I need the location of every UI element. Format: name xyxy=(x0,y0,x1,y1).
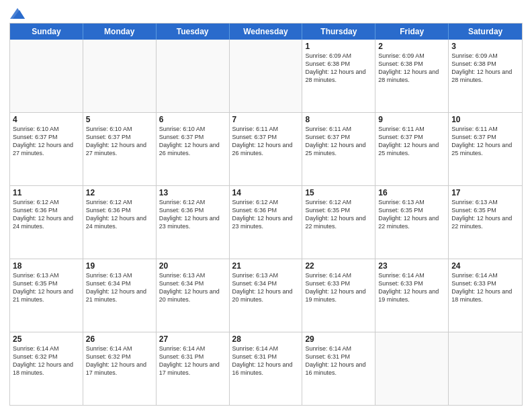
day-number: 17 xyxy=(451,188,519,197)
day-cell-14: 14Sunrise: 6:12 AMSunset: 6:36 PMDayligh… xyxy=(230,186,303,259)
cell-info: Sunrise: 6:13 AMSunset: 6:34 PMDaylight:… xyxy=(86,271,153,304)
day-cell-8: 8Sunrise: 6:11 AMSunset: 6:37 PMDaylight… xyxy=(302,113,375,185)
cell-info: Sunrise: 6:14 AMSunset: 6:31 PMDaylight:… xyxy=(232,345,300,377)
cell-info: Sunrise: 6:12 AMSunset: 6:36 PMDaylight:… xyxy=(86,198,153,231)
cell-info: Sunrise: 6:09 AMSunset: 6:38 PMDaylight:… xyxy=(451,52,519,85)
empty-cell xyxy=(375,332,449,405)
day-number: 24 xyxy=(451,261,519,271)
col-header-thursday: Thursday xyxy=(302,24,375,40)
day-cell-24: 24Sunrise: 6:14 AMSunset: 6:33 PMDayligh… xyxy=(449,259,522,332)
day-cell-5: 5Sunrise: 6:10 AMSunset: 6:37 PMDaylight… xyxy=(83,113,157,185)
col-header-monday: Monday xyxy=(83,24,157,40)
day-cell-6: 6Sunrise: 6:10 AMSunset: 6:37 PMDaylight… xyxy=(157,113,230,185)
col-header-saturday: Saturday xyxy=(449,24,522,40)
day-cell-20: 20Sunrise: 6:13 AMSunset: 6:34 PMDayligh… xyxy=(157,259,230,332)
day-cell-18: 18Sunrise: 6:13 AMSunset: 6:35 PMDayligh… xyxy=(10,259,83,332)
calendar-week-4: 18Sunrise: 6:13 AMSunset: 6:35 PMDayligh… xyxy=(10,259,522,332)
day-cell-15: 15Sunrise: 6:12 AMSunset: 6:35 PMDayligh… xyxy=(302,186,375,259)
day-number: 27 xyxy=(159,334,226,344)
logo-icon xyxy=(10,7,25,20)
cell-info: Sunrise: 6:14 AMSunset: 6:31 PMDaylight:… xyxy=(305,345,372,377)
day-cell-27: 27Sunrise: 6:14 AMSunset: 6:31 PMDayligh… xyxy=(157,332,230,405)
day-cell-19: 19Sunrise: 6:13 AMSunset: 6:34 PMDayligh… xyxy=(83,259,157,332)
cell-info: Sunrise: 6:12 AMSunset: 6:36 PMDaylight:… xyxy=(159,198,226,231)
day-number: 28 xyxy=(232,334,300,344)
cell-info: Sunrise: 6:13 AMSunset: 6:35 PMDaylight:… xyxy=(451,198,519,231)
cell-info: Sunrise: 6:09 AMSunset: 6:38 PMDaylight:… xyxy=(378,52,445,85)
cell-info: Sunrise: 6:12 AMSunset: 6:35 PMDaylight:… xyxy=(305,198,372,231)
day-number: 29 xyxy=(305,334,372,344)
empty-cell xyxy=(157,40,230,112)
day-cell-2: 2Sunrise: 6:09 AMSunset: 6:38 PMDaylight… xyxy=(375,40,449,112)
cell-info: Sunrise: 6:10 AMSunset: 6:37 PMDaylight:… xyxy=(86,125,153,158)
day-cell-22: 22Sunrise: 6:14 AMSunset: 6:33 PMDayligh… xyxy=(302,259,375,332)
col-header-tuesday: Tuesday xyxy=(157,24,230,40)
day-cell-4: 4Sunrise: 6:10 AMSunset: 6:37 PMDaylight… xyxy=(10,113,83,185)
col-header-sunday: Sunday xyxy=(10,24,83,40)
calendar-week-1: 1Sunrise: 6:09 AMSunset: 6:38 PMDaylight… xyxy=(10,40,522,113)
calendar-week-3: 11Sunrise: 6:12 AMSunset: 6:36 PMDayligh… xyxy=(10,186,522,259)
day-cell-21: 21Sunrise: 6:13 AMSunset: 6:34 PMDayligh… xyxy=(230,259,303,332)
calendar-body: 1Sunrise: 6:09 AMSunset: 6:38 PMDaylight… xyxy=(10,40,522,405)
cell-info: Sunrise: 6:13 AMSunset: 6:35 PMDaylight:… xyxy=(378,198,445,231)
day-cell-12: 12Sunrise: 6:12 AMSunset: 6:36 PMDayligh… xyxy=(83,186,157,259)
cell-info: Sunrise: 6:11 AMSunset: 6:37 PMDaylight:… xyxy=(305,125,372,158)
day-number: 16 xyxy=(378,188,445,197)
cell-info: Sunrise: 6:14 AMSunset: 6:32 PMDaylight:… xyxy=(13,345,80,377)
cell-info: Sunrise: 6:12 AMSunset: 6:36 PMDaylight:… xyxy=(13,198,80,231)
day-number: 18 xyxy=(13,261,80,271)
cell-info: Sunrise: 6:13 AMSunset: 6:34 PMDaylight:… xyxy=(232,271,300,304)
col-header-wednesday: Wednesday xyxy=(230,24,303,40)
logo xyxy=(9,7,25,19)
day-cell-29: 29Sunrise: 6:14 AMSunset: 6:31 PMDayligh… xyxy=(302,332,375,405)
day-number: 20 xyxy=(159,261,226,271)
day-number: 21 xyxy=(232,261,300,271)
day-number: 3 xyxy=(451,42,519,51)
calendar-header: SundayMondayTuesdayWednesdayThursdayFrid… xyxy=(10,24,522,40)
day-cell-26: 26Sunrise: 6:14 AMSunset: 6:32 PMDayligh… xyxy=(83,332,157,405)
cell-info: Sunrise: 6:14 AMSunset: 6:32 PMDaylight:… xyxy=(86,345,153,377)
cell-info: Sunrise: 6:14 AMSunset: 6:33 PMDaylight:… xyxy=(378,271,445,304)
calendar-week-5: 25Sunrise: 6:14 AMSunset: 6:32 PMDayligh… xyxy=(10,332,522,405)
cell-info: Sunrise: 6:12 AMSunset: 6:36 PMDaylight:… xyxy=(232,198,300,231)
day-number: 13 xyxy=(159,188,226,197)
day-number: 8 xyxy=(305,115,372,124)
day-number: 26 xyxy=(86,334,153,344)
col-header-friday: Friday xyxy=(375,24,449,40)
empty-cell xyxy=(83,40,157,112)
day-number: 15 xyxy=(305,188,372,197)
cell-info: Sunrise: 6:14 AMSunset: 6:31 PMDaylight:… xyxy=(159,345,226,377)
day-cell-10: 10Sunrise: 6:11 AMSunset: 6:37 PMDayligh… xyxy=(449,113,522,185)
day-cell-25: 25Sunrise: 6:14 AMSunset: 6:32 PMDayligh… xyxy=(10,332,83,405)
day-number: 11 xyxy=(13,188,80,197)
day-cell-23: 23Sunrise: 6:14 AMSunset: 6:33 PMDayligh… xyxy=(375,259,449,332)
cell-info: Sunrise: 6:11 AMSunset: 6:37 PMDaylight:… xyxy=(378,125,445,158)
day-cell-11: 11Sunrise: 6:12 AMSunset: 6:36 PMDayligh… xyxy=(10,186,83,259)
day-number: 23 xyxy=(378,261,445,271)
day-number: 9 xyxy=(378,115,445,124)
cell-info: Sunrise: 6:13 AMSunset: 6:35 PMDaylight:… xyxy=(13,271,80,304)
day-number: 14 xyxy=(232,188,300,197)
day-cell-17: 17Sunrise: 6:13 AMSunset: 6:35 PMDayligh… xyxy=(449,186,522,259)
day-cell-3: 3Sunrise: 6:09 AMSunset: 6:38 PMDaylight… xyxy=(449,40,522,112)
calendar: SundayMondayTuesdayWednesdayThursdayFrid… xyxy=(9,23,523,406)
day-number: 7 xyxy=(232,115,300,124)
day-cell-7: 7Sunrise: 6:11 AMSunset: 6:37 PMDaylight… xyxy=(230,113,303,185)
day-number: 6 xyxy=(159,115,226,124)
page-header xyxy=(9,7,523,19)
cell-info: Sunrise: 6:10 AMSunset: 6:37 PMDaylight:… xyxy=(13,125,80,158)
empty-cell xyxy=(10,40,83,112)
cell-info: Sunrise: 6:14 AMSunset: 6:33 PMDaylight:… xyxy=(451,271,519,304)
cell-info: Sunrise: 6:13 AMSunset: 6:34 PMDaylight:… xyxy=(159,271,226,304)
cell-info: Sunrise: 6:10 AMSunset: 6:37 PMDaylight:… xyxy=(159,125,226,158)
day-number: 12 xyxy=(86,188,153,197)
day-number: 19 xyxy=(86,261,153,271)
day-number: 5 xyxy=(86,115,153,124)
day-cell-16: 16Sunrise: 6:13 AMSunset: 6:35 PMDayligh… xyxy=(375,186,449,259)
calendar-week-2: 4Sunrise: 6:10 AMSunset: 6:37 PMDaylight… xyxy=(10,113,522,186)
day-number: 22 xyxy=(305,261,372,271)
day-cell-1: 1Sunrise: 6:09 AMSunset: 6:38 PMDaylight… xyxy=(302,40,375,112)
day-cell-13: 13Sunrise: 6:12 AMSunset: 6:36 PMDayligh… xyxy=(157,186,230,259)
cell-info: Sunrise: 6:09 AMSunset: 6:38 PMDaylight:… xyxy=(305,52,372,85)
day-number: 4 xyxy=(13,115,80,124)
